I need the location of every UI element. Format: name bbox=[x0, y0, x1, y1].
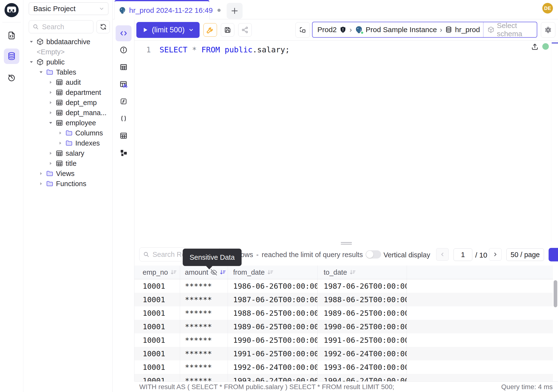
tree-item-functions[interactable]: Functions bbox=[23, 179, 112, 189]
cell[interactable]: 10001 bbox=[134, 374, 180, 381]
code-mode-button[interactable] bbox=[116, 25, 131, 41]
tree-item-tables[interactable]: Tables bbox=[23, 67, 112, 77]
cell[interactable] bbox=[407, 333, 553, 347]
connection-breadcrumb[interactable]: Prod2 › Prod Sample Instance › hr_prod S… bbox=[312, 22, 537, 38]
sidebar-search-input[interactable] bbox=[42, 23, 86, 31]
cell[interactable]: 1993-06-24T00:00:00Z bbox=[318, 360, 407, 374]
schema-selector[interactable]: Select schema bbox=[483, 22, 537, 37]
cell[interactable]: 10001 bbox=[134, 320, 180, 333]
tab-hr-prod[interactable]: hr_prod 2024-11-22 16:49 bbox=[114, 0, 209, 19]
caret-right-icon[interactable] bbox=[48, 80, 53, 85]
column-header-amount[interactable]: amount bbox=[180, 266, 228, 279]
cell[interactable]: ****** bbox=[180, 374, 228, 381]
connection-button[interactable] bbox=[296, 22, 310, 38]
next-page-button[interactable] bbox=[489, 248, 502, 261]
tree-item-department[interactable]: department bbox=[23, 87, 112, 97]
sql-editor[interactable]: 1 SELECT * FROM public.salary; bbox=[134, 41, 558, 241]
cell[interactable] bbox=[407, 306, 553, 320]
functions-button[interactable] bbox=[113, 93, 134, 110]
cell[interactable] bbox=[407, 347, 553, 360]
panel-resize-handle[interactable] bbox=[134, 241, 558, 245]
cell[interactable]: 1989-06-25T00:00:00Z bbox=[318, 306, 407, 320]
cell[interactable]: ****** bbox=[180, 333, 228, 347]
caret-right-icon[interactable] bbox=[48, 90, 53, 95]
procedures-button[interactable] bbox=[113, 110, 134, 127]
add-tab-button[interactable] bbox=[227, 3, 243, 19]
export-button[interactable] bbox=[549, 248, 558, 261]
save-button[interactable] bbox=[221, 23, 234, 37]
sort-icon[interactable] bbox=[349, 269, 356, 276]
cell[interactable]: 1988-06-25T00:00:00Z bbox=[318, 293, 407, 306]
project-selector[interactable]: Basic Project bbox=[29, 2, 108, 15]
avatar[interactable]: DE bbox=[542, 3, 553, 14]
caret-down-icon[interactable] bbox=[48, 120, 53, 125]
run-query-button[interactable]: (limit 500) bbox=[136, 22, 200, 38]
cell[interactable]: 1992-06-24T00:00:00Z bbox=[318, 347, 407, 360]
sort-icon[interactable] bbox=[170, 269, 177, 276]
vertical-display-toggle[interactable] bbox=[366, 250, 381, 259]
caret-right-icon[interactable] bbox=[57, 140, 63, 146]
cell[interactable]: 10001 bbox=[134, 347, 180, 360]
cell[interactable]: 1993-06-24T00:00:00Z bbox=[228, 374, 318, 381]
cell[interactable] bbox=[407, 279, 553, 293]
cell[interactable] bbox=[407, 374, 553, 381]
column-header-to-date[interactable]: to_date bbox=[318, 266, 407, 279]
cell[interactable]: 1991-06-25T00:00:00Z bbox=[228, 347, 318, 360]
eye-off-icon[interactable] bbox=[210, 269, 217, 276]
tree-item-dept-emp[interactable]: dept_emp bbox=[23, 97, 112, 108]
cell[interactable]: 1994-06-24T00:00:00Z bbox=[318, 374, 407, 381]
cell[interactable] bbox=[407, 293, 553, 306]
column-header-emp-no[interactable]: emp_no bbox=[134, 266, 180, 279]
tree-item-dept-mana[interactable]: dept_mana... bbox=[23, 108, 112, 118]
cell[interactable]: 10001 bbox=[134, 360, 180, 374]
caret-down-icon[interactable] bbox=[28, 59, 34, 65]
cell[interactable]: ****** bbox=[180, 293, 228, 306]
tree-item-salary[interactable]: salary bbox=[23, 148, 112, 158]
cell[interactable]: ****** bbox=[180, 279, 228, 293]
tree-item-audit[interactable]: audit bbox=[23, 77, 112, 87]
cell[interactable]: 1989-06-25T00:00:00Z bbox=[228, 320, 318, 333]
cell[interactable]: 1992-06-24T00:00:00Z bbox=[228, 360, 318, 374]
cell[interactable]: 10001 bbox=[134, 279, 180, 293]
column-header-from-date[interactable]: from_date bbox=[228, 266, 318, 279]
format-sql-button[interactable] bbox=[203, 23, 217, 37]
caret-right-icon[interactable] bbox=[48, 161, 53, 166]
caret-down-icon[interactable] bbox=[28, 39, 34, 44]
info-button[interactable] bbox=[113, 41, 134, 58]
tree-item-bbdataarchive[interactable]: bbdataarchive bbox=[23, 37, 112, 47]
cell[interactable]: 10001 bbox=[134, 293, 180, 306]
cell[interactable]: 1986-06-26T00:00:00Z bbox=[228, 279, 318, 293]
cell[interactable]: 10001 bbox=[134, 306, 180, 320]
caret-right-icon[interactable] bbox=[38, 181, 44, 186]
caret-right-icon[interactable] bbox=[48, 100, 53, 105]
tree-item-public[interactable]: public bbox=[23, 57, 112, 67]
cell[interactable]: ****** bbox=[180, 320, 228, 333]
tree-item-employee[interactable]: employee bbox=[23, 118, 112, 128]
page-number-input[interactable] bbox=[453, 248, 472, 261]
refresh-schema-button[interactable] bbox=[96, 20, 110, 33]
tree-item-views[interactable]: Views bbox=[23, 168, 112, 179]
results-scrollbar[interactable] bbox=[554, 280, 557, 307]
sidebar-item-history[interactable] bbox=[4, 70, 19, 85]
cell[interactable]: 1991-06-25T00:00:00Z bbox=[318, 333, 407, 347]
caret-right-icon[interactable] bbox=[48, 110, 53, 115]
caret-right-icon[interactable] bbox=[57, 130, 63, 136]
sensitive-data-button[interactable] bbox=[113, 76, 134, 93]
external-tables-button[interactable] bbox=[113, 127, 134, 144]
upload-icon[interactable] bbox=[531, 43, 539, 51]
cell[interactable]: 1987-06-26T00:00:00Z bbox=[318, 279, 407, 293]
cell[interactable]: ****** bbox=[180, 347, 228, 360]
caret-right-icon[interactable] bbox=[48, 151, 53, 156]
page-size-select[interactable]: 50 / page bbox=[506, 248, 544, 261]
sidebar-item-databases[interactable] bbox=[4, 49, 19, 64]
cell[interactable]: 1990-06-25T00:00:00Z bbox=[228, 333, 318, 347]
cell[interactable]: 1990-06-25T00:00:00Z bbox=[318, 320, 407, 333]
sort-icon[interactable] bbox=[219, 269, 226, 276]
share-button[interactable] bbox=[238, 23, 252, 37]
cell[interactable] bbox=[407, 320, 553, 333]
cell[interactable]: ****** bbox=[180, 306, 228, 320]
tree-item-columns[interactable]: Columns bbox=[23, 128, 112, 138]
tree-item-indexes[interactable]: Indexes bbox=[23, 138, 112, 148]
cell[interactable]: 10001 bbox=[134, 333, 180, 347]
schema-diagram-button[interactable] bbox=[113, 144, 134, 161]
